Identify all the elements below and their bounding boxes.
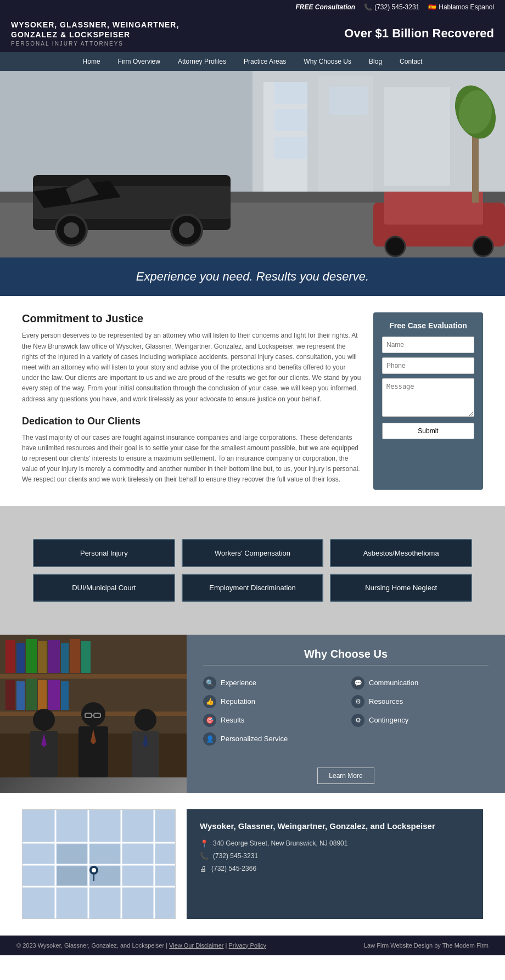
hero-svg: [0, 71, 505, 257]
hero-car-bg: [0, 71, 505, 257]
svg-point-18: [473, 237, 493, 256]
top-bar: FREE Consultation 📞 (732) 545-3231 🇪🇸 Ha…: [0, 0, 505, 14]
flag-icon: 🇪🇸: [428, 3, 436, 11]
practice-nursing[interactable]: Nursing Home Neglect: [330, 574, 472, 602]
svg-rect-64: [57, 844, 87, 864]
svg-rect-20: [274, 109, 307, 131]
svg-rect-36: [0, 674, 187, 679]
communication-icon: 💬: [351, 676, 364, 690]
practice-grid: Personal Injury Workers' Compensation As…: [33, 539, 472, 602]
why-choose-section: Why Choose Us 🔍 Experience 💬 Communicati…: [187, 635, 505, 759]
why-experience: 🔍 Experience: [203, 676, 340, 690]
svg-point-53: [134, 709, 156, 731]
svg-rect-33: [61, 643, 69, 673]
firm-name: Wysoker, Glassner, Weingartner, Gonzalez…: [11, 20, 179, 40]
svg-rect-16: [384, 192, 483, 225]
spanish-label: 🇪🇸 Hablamos Espanol: [428, 3, 494, 11]
learn-more-button[interactable]: Learn More: [317, 768, 374, 784]
team-photo: [0, 635, 187, 793]
footer-credit: Law Firm Website Design by The Modern Fi…: [364, 942, 489, 949]
footer-contact: Wysoker, Glassner, Weingartner, Gonzalez…: [0, 793, 505, 936]
nav-home[interactable]: Home: [74, 52, 109, 71]
privacy-link[interactable]: Privacy Policy: [229, 942, 266, 949]
contingency-icon: ⚙: [351, 714, 364, 727]
nav-firm-overview[interactable]: Firm Overview: [109, 52, 169, 71]
case-eval-heading: Free Case Evaluation: [382, 321, 474, 330]
practice-asbestos[interactable]: Asbestos/Mesothelioma: [330, 539, 472, 567]
practice-dui[interactable]: DUI/Municipal Court: [33, 574, 175, 602]
svg-rect-38: [16, 681, 25, 710]
nav-practice-areas[interactable]: Practice Areas: [235, 52, 295, 71]
bottom-footer: © 2023 Wysoker, Glassner, Gonzalez, and …: [0, 936, 505, 955]
results-icon: 🎯: [203, 714, 216, 727]
svg-rect-32: [48, 640, 60, 673]
svg-rect-29: [16, 643, 25, 673]
svg-rect-19: [274, 82, 307, 104]
practice-section: Personal Injury Workers' Compensation As…: [0, 523, 505, 618]
nav-blog[interactable]: Blog: [360, 52, 391, 71]
contact-firm-name: Wysoker, Glassner, Weingartner, Gonzalez…: [200, 820, 470, 832]
svg-rect-65: [90, 844, 120, 864]
main-nav: Home Firm Overview Attorney Profiles Pra…: [0, 52, 505, 71]
dedication-heading: Dedication to Our Clients: [22, 416, 362, 427]
name-input[interactable]: [382, 337, 474, 353]
svg-rect-40: [38, 680, 47, 710]
firm-tagline: Personal Injury Attorneys: [11, 41, 179, 47]
svg-point-12: [64, 222, 79, 238]
resources-icon: ⚙: [351, 695, 364, 708]
why-choose-heading: Why Choose Us: [203, 648, 489, 665]
top-phone[interactable]: 📞 (732) 545-3231: [364, 3, 419, 11]
spacer-top: [0, 506, 505, 523]
svg-rect-30: [26, 639, 37, 673]
case-eval-form: Free Case Evaluation Submit: [373, 312, 483, 489]
practice-workers-comp[interactable]: Workers' Compensation: [182, 539, 324, 567]
svg-rect-66: [57, 866, 87, 886]
message-input[interactable]: [382, 378, 474, 417]
svg-rect-39: [26, 679, 37, 710]
logo-area: Wysoker, Glassner, Weingartner, Gonzalez…: [11, 20, 179, 47]
free-consult-label: FREE Consultation: [296, 3, 356, 11]
svg-rect-4: [384, 87, 450, 186]
svg-point-17: [385, 237, 405, 256]
team-svg: [0, 635, 187, 777]
svg-rect-21: [274, 137, 307, 159]
why-contingency: ⚙ Contingency: [351, 714, 489, 727]
phone-icon: 📞: [364, 3, 372, 11]
hero-banner: Experience you need. Results you deserve…: [0, 257, 505, 296]
disclaimer-link[interactable]: View Our Disclaimer: [169, 942, 223, 949]
why-personalized: 👤 Personalized Service: [203, 732, 340, 746]
experience-icon: 🔍: [203, 676, 216, 690]
header-slogan: Over $1 Billion Recovered: [344, 26, 494, 41]
personalized-icon: 👤: [203, 732, 216, 746]
phone-input[interactable]: [382, 357, 474, 374]
dedication-body: The vast majority of our cases are fough…: [22, 433, 362, 485]
nav-attorney-profiles[interactable]: Attorney Profiles: [169, 52, 235, 71]
map-area: [22, 809, 176, 919]
practice-personal-injury[interactable]: Personal Injury: [33, 539, 175, 567]
why-communication: 💬 Communication: [351, 676, 489, 690]
phone-icon-footer: 📞: [200, 852, 209, 860]
submit-button[interactable]: Submit: [382, 423, 474, 439]
commitment-heading: Commitment to Justice: [22, 312, 362, 325]
commitment-body: Every person deserves to be represented …: [22, 331, 362, 404]
footer-left: © 2023 Wysoker, Glassner, Gonzalez, and …: [16, 942, 266, 949]
svg-rect-31: [38, 641, 47, 673]
nav-contact[interactable]: Contact: [391, 52, 431, 71]
location-icon: 📍: [200, 839, 209, 848]
hero-image: [0, 71, 505, 257]
main-text-area: Commitment to Justice Every person deser…: [22, 312, 362, 489]
why-resources: ⚙ Resources: [351, 695, 489, 708]
svg-rect-37: [5, 680, 15, 710]
why-reputation: 👍 Reputation: [203, 695, 340, 708]
contact-phone-row: 📞 (732) 545-3231: [200, 852, 470, 860]
fax-icon: 🖨: [200, 865, 207, 873]
contact-address-row: 📍 340 George Street, New Brunswick, NJ 0…: [200, 839, 470, 848]
svg-point-69: [92, 868, 96, 872]
why-results: 🎯 Results: [203, 714, 340, 727]
practice-employment[interactable]: Employment Discrimination: [182, 574, 324, 602]
learn-more-row: Learn More: [187, 759, 505, 793]
nav-why-choose-us[interactable]: Why Choose Us: [295, 52, 360, 71]
site-header: Wysoker, Glassner, Weingartner, Gonzalez…: [0, 14, 505, 52]
svg-rect-35: [81, 641, 91, 673]
svg-rect-28: [5, 640, 15, 673]
